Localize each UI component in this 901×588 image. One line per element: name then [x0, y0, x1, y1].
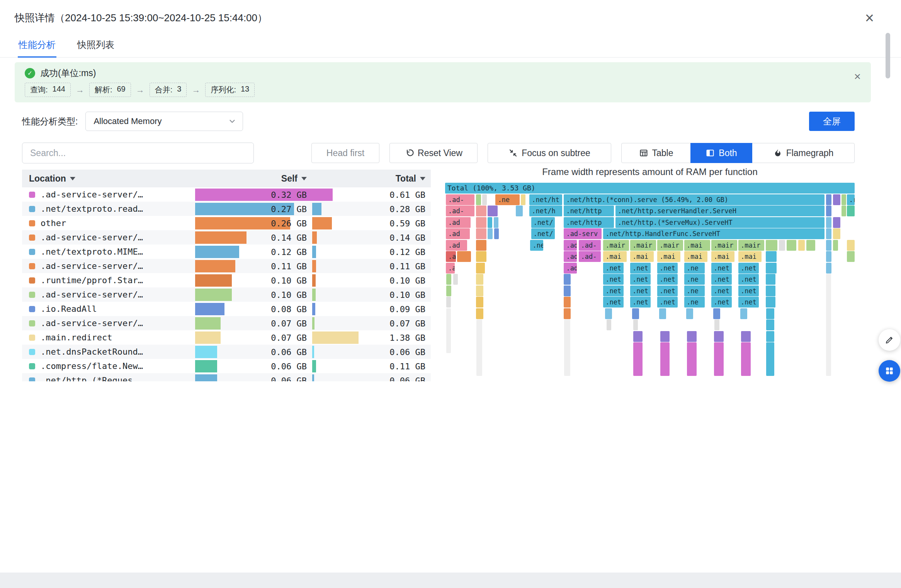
flame-frame[interactable]: [482, 194, 487, 205]
flame-frame[interactable]: [826, 274, 831, 376]
flame-frame[interactable]: [826, 217, 831, 228]
flame-frame[interactable]: [833, 228, 840, 239]
flame-frame[interactable]: [476, 263, 485, 274]
flame-frame[interactable]: [741, 342, 750, 376]
vertical-scrollbar-thumb[interactable]: [886, 33, 890, 78]
flame-frame[interactable]: [516, 206, 523, 216]
flame-frame[interactable]: .net: [630, 286, 651, 296]
view-flamegraph-button[interactable]: Flamegraph: [752, 143, 855, 163]
flame-frame[interactable]: [826, 228, 831, 239]
flame-frame[interactable]: [847, 240, 855, 251]
profile-type-select[interactable]: Allocated Memory: [85, 112, 243, 131]
flame-frame[interactable]: .net: [657, 263, 678, 274]
flame-frame[interactable]: [476, 274, 483, 285]
flame-frame[interactable]: [488, 206, 497, 216]
flame-frame[interactable]: .net: [657, 274, 678, 285]
flame-frame[interactable]: [826, 240, 831, 251]
flame-frame[interactable]: .ad-serv: [564, 228, 602, 239]
flame-frame[interactable]: Total (100%, 3.53 GB): [445, 183, 855, 194]
table-row[interactable]: .net/http.(*Reques…0.06 GB0.06 GB: [22, 373, 431, 381]
flame-frame[interactable]: [766, 251, 777, 262]
flamegraph-canvas[interactable]: Total (100%, 3.53 GB).ad-.ne.net/ht.net/…: [445, 183, 855, 377]
flame-frame[interactable]: [766, 342, 774, 376]
flame-frame[interactable]: .mai: [630, 251, 653, 262]
flame-frame[interactable]: [453, 274, 458, 285]
flame-frame[interactable]: [713, 308, 720, 319]
reset-view-button[interactable]: Reset View: [389, 143, 478, 163]
flame-frame[interactable]: .ad-: [446, 194, 474, 205]
flame-frame[interactable]: .net: [711, 263, 732, 274]
flame-frame[interactable]: [607, 319, 612, 330]
flame-frame[interactable]: .net: [657, 297, 678, 308]
flame-frame[interactable]: [605, 308, 612, 319]
flame-frame[interactable]: .ad: [446, 240, 467, 251]
table-row[interactable]: .compress/flate.New…0.06 GB0.11 GB: [22, 359, 431, 373]
flame-frame[interactable]: .ne: [684, 274, 705, 285]
flame-frame[interactable]: [687, 342, 696, 376]
column-header-total[interactable]: Total: [312, 173, 431, 184]
table-row[interactable]: .ad-service-server/…0.14 GB0.14 GB: [22, 230, 431, 245]
flame-frame[interactable]: .ad: [564, 251, 577, 262]
flame-frame[interactable]: .net: [603, 286, 624, 296]
flame-frame[interactable]: .net/http.HandlerFunc.ServeHT: [603, 228, 824, 239]
table-row[interactable]: .main.redirect0.07 GB1.38 GB: [22, 330, 431, 345]
tab-snapshot-list[interactable]: 快照列表: [76, 35, 115, 57]
view-table-button[interactable]: Table: [621, 143, 691, 163]
table-row[interactable]: .ad-service-server/…0.11 GB0.11 GB: [22, 259, 431, 273]
fullscreen-button[interactable]: 全屏: [809, 112, 855, 131]
flame-frame[interactable]: .ad-: [446, 206, 474, 216]
flame-frame[interactable]: [446, 274, 451, 285]
flame-frame[interactable]: .mai: [684, 240, 710, 251]
flame-frame[interactable]: .mai: [657, 251, 680, 262]
flame-frame[interactable]: [476, 228, 487, 239]
flame-frame[interactable]: [766, 308, 774, 319]
apps-fab-button[interactable]: [879, 360, 900, 382]
flame-frame[interactable]: [766, 263, 777, 274]
flame-frame[interactable]: [488, 217, 492, 228]
flame-frame[interactable]: .net: [711, 274, 732, 285]
flame-frame[interactable]: [714, 331, 723, 342]
flame-frame[interactable]: .net/http.serverHandler.ServeH: [615, 206, 824, 216]
table-row[interactable]: .ad-service-server/…0.07 GB0.07 GB: [22, 316, 431, 330]
flame-frame[interactable]: [488, 228, 493, 239]
tab-performance-analysis[interactable]: 性能分析: [18, 35, 56, 57]
flame-frame[interactable]: .mair: [657, 240, 683, 251]
flame-frame[interactable]: .net: [711, 286, 732, 296]
flame-frame[interactable]: [766, 331, 774, 342]
flame-frame[interactable]: .net: [630, 274, 651, 285]
flame-frame[interactable]: [687, 331, 696, 342]
flame-frame[interactable]: .net/http.(*ServeMux).ServeHT: [615, 217, 824, 228]
flame-frame[interactable]: .net/: [531, 228, 555, 239]
flame-frame[interactable]: [633, 342, 643, 376]
flame-frame[interactable]: [476, 319, 483, 376]
flame-frame[interactable]: .ad: [446, 251, 456, 262]
flame-frame[interactable]: .net/h: [529, 206, 562, 216]
flame-frame[interactable]: [476, 251, 487, 262]
flame-frame[interactable]: [564, 286, 571, 296]
banner-close-icon[interactable]: ×: [854, 71, 861, 82]
flame-frame[interactable]: [660, 342, 670, 376]
flame-frame[interactable]: .ad: [446, 263, 455, 274]
flame-frame[interactable]: [826, 194, 831, 205]
table-row[interactable]: .net.dnsPacketRound…0.06 GB0.06 GB: [22, 345, 431, 359]
flame-frame[interactable]: .net/http: [564, 206, 614, 216]
flame-frame[interactable]: .net/http: [564, 217, 614, 228]
flame-frame[interactable]: .net: [738, 263, 759, 274]
flame-frame[interactable]: .net: [603, 297, 624, 308]
flame-frame[interactable]: [660, 331, 670, 342]
flame-frame[interactable]: [494, 228, 499, 239]
close-icon[interactable]: ×: [865, 10, 874, 25]
flame-frame[interactable]: [833, 217, 840, 228]
flame-frame[interactable]: .ad: [564, 240, 577, 251]
flame-frame[interactable]: .ne: [530, 240, 543, 251]
flame-frame[interactable]: .mai: [711, 251, 734, 262]
flame-frame[interactable]: [446, 297, 451, 308]
flame-frame[interactable]: .ne: [684, 263, 705, 274]
flame-frame[interactable]: .ru: [847, 194, 855, 205]
flame-frame[interactable]: [847, 251, 855, 262]
flame-frame[interactable]: .ad: [564, 263, 577, 274]
table-row[interactable]: .io.ReadAll0.08 GB0.09 GB: [22, 302, 431, 316]
flame-frame[interactable]: [446, 308, 451, 353]
flame-frame[interactable]: [564, 308, 571, 319]
flame-frame[interactable]: .mai: [603, 251, 626, 262]
